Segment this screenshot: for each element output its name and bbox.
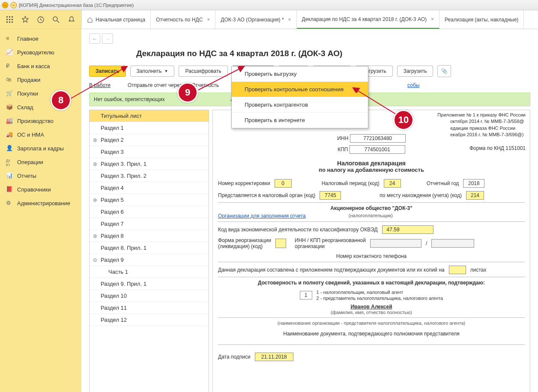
tree-row[interactable]: Раздел 11 [90, 302, 209, 314]
tree-row[interactable]: Раздел 6 [90, 206, 209, 218]
close-icon[interactable]: × [207, 17, 210, 23]
place-field[interactable]: 214 [466, 191, 484, 200]
dropdown-icon[interactable] [10, 2, 17, 9]
reorg-kpp-field[interactable] [431, 239, 474, 248]
close-icon[interactable]: × [431, 16, 434, 22]
tree-label: Раздел 9 [101, 257, 124, 263]
page-title: Декларация по НДС за 4 квартал 2018 г. (… [136, 49, 530, 58]
org-fill-link[interactable]: Организации для заполнения отчета [218, 213, 306, 219]
check-internet-item[interactable]: Проверить в интернете [232, 113, 368, 128]
check-export-item[interactable]: Проверить выгрузку [232, 66, 368, 82]
confirm-opt1: 1 - налогоплательщик, налоговый агент [317, 289, 443, 295]
btn-label: Заполнить [137, 68, 162, 74]
sign-label: Дата подписи [218, 354, 251, 360]
bag-icon: 🛍 [6, 76, 13, 83]
reorg-code-field[interactable] [275, 239, 286, 248]
phone-label: Номер контактного телефона [336, 253, 406, 259]
close-icon[interactable]: × [288, 17, 291, 23]
sidebar-item-label: Руководителю [17, 49, 54, 56]
star-icon[interactable] [21, 16, 29, 24]
sidebar-item-admin[interactable]: ⚙Администрирование [0, 196, 81, 210]
tree-row[interactable]: Раздел 9. Прил. 1 [90, 278, 209, 290]
svg-rect-3 [6, 16, 8, 18]
tree-label: Раздел 8. Прил. 1 [101, 245, 146, 251]
period-label: Налоговый период (код) [322, 180, 380, 186]
tree-row[interactable]: Раздел 10 [90, 290, 209, 302]
back-button[interactable]: ← [89, 33, 100, 44]
tree-row[interactable]: ⊕Раздел 8 [90, 230, 209, 242]
tree-row[interactable]: ⊕Раздел 3. Прил. 1 [90, 158, 209, 170]
other-methods-link[interactable]: собы [407, 82, 419, 88]
tree-row[interactable]: Раздел 1 [90, 122, 209, 134]
svg-point-13 [53, 17, 57, 21]
sign-date-field[interactable]: 21.11.2018 [255, 353, 293, 361]
tree-row[interactable]: ⊕Раздел 5 [90, 194, 209, 206]
sidebar-item-label: Покупки [17, 90, 38, 97]
sidebar-item-main[interactable]: ≡Главное [0, 32, 81, 45]
inn-field[interactable]: 7721063480 [350, 134, 406, 143]
tree-row[interactable]: Раздел 4 [90, 182, 209, 194]
docs-label2: листах [470, 267, 487, 273]
expand-icon[interactable]: ⊖ [93, 257, 98, 262]
sidebar-item-production[interactable]: 🏭Производство [0, 114, 81, 128]
svg-rect-6 [6, 19, 8, 20]
section-tree: Титульный листРаздел 1⊕Раздел 2Раздел 3⊕… [89, 110, 209, 392]
tree-row[interactable]: Раздел 3 [90, 146, 209, 158]
fill-button[interactable]: Заполнить▼ [130, 66, 175, 77]
okved-field[interactable]: 47.59 [382, 225, 433, 234]
tree-row[interactable]: Часть 1 [90, 266, 209, 278]
check-control-ratios-item[interactable]: Проверить контрольные соотношения [232, 82, 368, 97]
search-icon[interactable] [52, 16, 60, 24]
signer-caption: (фамилия, имя, отчество полностью) [218, 310, 525, 315]
callout-8: 8 [51, 90, 71, 111]
attachment-button[interactable]: 📎 [437, 65, 451, 77]
year-field[interactable]: 2018 [463, 179, 484, 188]
svg-text:1c: 1c [3, 3, 7, 7]
docname-label: Наименование документа, подтверждающего … [218, 331, 525, 337]
check-counterparties-item[interactable]: Проверить контрагентов [232, 97, 368, 113]
tab-vat-reports[interactable]: Отчетность по НДС× [151, 10, 215, 29]
expand-icon[interactable]: ⊕ [93, 137, 98, 142]
reorg-inn-field[interactable] [370, 239, 421, 248]
apps-icon[interactable] [6, 16, 14, 24]
sidebar-item-reports[interactable]: 📊Отчеты [0, 169, 81, 183]
period-field[interactable]: 24 [384, 179, 401, 188]
tab-sales[interactable]: Реализация (акты, накладные) [439, 10, 524, 29]
docs-count-field[interactable] [449, 266, 466, 274]
tree-row[interactable]: ⊖Раздел 9 [90, 254, 209, 266]
kpp-label: КПП [338, 147, 348, 153]
sidebar-item-manager[interactable]: 📈Руководителю [0, 45, 81, 59]
tree-row[interactable]: Раздел 8. Прил. 1 [90, 242, 209, 254]
expand-icon[interactable]: ⊕ [93, 161, 98, 166]
sidebar-item-label: Главное [17, 36, 39, 42]
bell-icon[interactable] [68, 16, 75, 24]
tab-declaration[interactable]: Декларация по НДС за 4 квартал 2018 г. (… [297, 10, 440, 29]
sidebar-item-assets[interactable]: 🚚ОС и НМА [0, 128, 81, 141]
load-button[interactable]: Загрузить [397, 66, 433, 77]
tab-home[interactable]: Начальная страница [81, 10, 151, 29]
sidebar-item-catalogs[interactable]: 📕Справочники [0, 183, 81, 196]
tab-org[interactable]: ДОК-3 АО (Организация) *× [215, 10, 296, 29]
home-icon [87, 17, 93, 23]
sidebar-item-label: Справочники [17, 186, 51, 193]
reorg-label4: организации [295, 243, 366, 249]
tab-label: Начальная страница [96, 17, 145, 23]
tree-row[interactable]: Раздел 3. Прил. 2 [90, 170, 209, 182]
tree-row[interactable]: ⊕Раздел 2 [90, 134, 209, 146]
expand-icon[interactable]: ⊕ [93, 233, 98, 238]
org-field[interactable]: 7745 [320, 191, 341, 200]
history-icon[interactable] [37, 16, 45, 24]
sidebar-item-operations[interactable]: Дт КтОперации [0, 155, 81, 169]
confirm-code[interactable]: 1 [300, 291, 312, 299]
tree-row[interactable]: Титульный лист [90, 110, 209, 122]
tree-label: Раздел 3. Прил. 1 [101, 161, 146, 167]
tree-row[interactable]: Раздел 12 [90, 314, 209, 326]
kpp-field[interactable]: 774501001 [350, 145, 405, 154]
forward-button[interactable]: → [102, 33, 113, 44]
corr-field[interactable]: 0 [275, 179, 292, 188]
expand-icon[interactable]: ⊕ [93, 197, 98, 202]
chart-icon: 📈 [6, 49, 13, 56]
svg-rect-8 [12, 19, 13, 20]
sidebar-item-hr[interactable]: 👤Зарплата и кадры [0, 141, 81, 155]
tree-row[interactable]: Раздел 7 [90, 218, 209, 230]
